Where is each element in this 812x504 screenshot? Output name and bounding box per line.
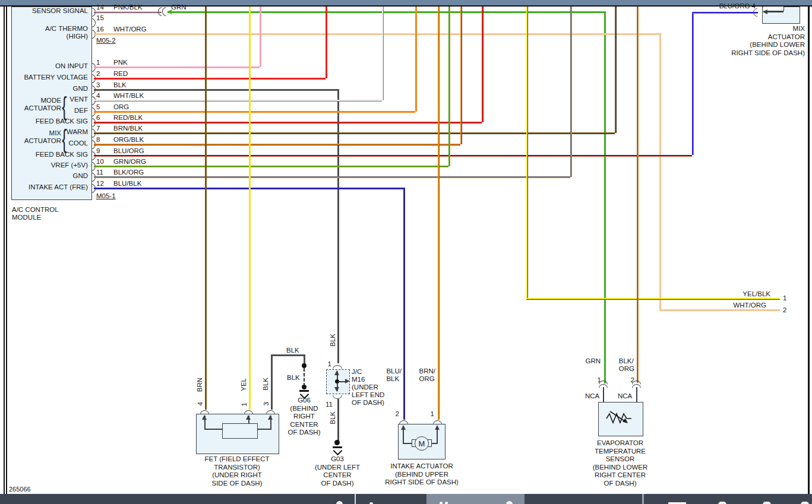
taskbar-icon[interactable] (801, 502, 809, 504)
module-pin-number: 2 (96, 70, 100, 77)
wire-feedback-red-blk (94, 122, 482, 123)
wire-label: 1 (783, 294, 786, 302)
taskbar-divider (355, 494, 356, 504)
module-pin-number: 4 (96, 92, 100, 99)
connector-m05-2-label[interactable]: M05-2 (96, 37, 116, 44)
wire-label: NCA (618, 392, 632, 400)
wire-label: NCA (585, 392, 599, 400)
evap-temp-sensor-label: EVAPORATOR TEMPERATURE SENSOR (BEHIND LO… (579, 439, 662, 487)
thermistor-symbol (605, 410, 634, 426)
wire-label: 1 (241, 402, 248, 406)
wiring-diagram-screen: A/C CONTROL MODULE M05-2 M05-1 14PNK/BLK… (0, 0, 812, 504)
module-pin-wire-color: ORG/BLK (113, 136, 144, 143)
taskbar-icon[interactable] (763, 502, 771, 504)
module-pin-function: GND (12, 85, 88, 93)
module-pin-number: 15 (96, 14, 104, 21)
taskbar-icon[interactable] (336, 501, 343, 504)
g06-splice-dot (302, 363, 307, 368)
module-pin-wire-color: BLK (113, 81, 127, 88)
taskbar-icon[interactable] (718, 502, 726, 504)
taskbar-icon[interactable] (506, 501, 513, 504)
wire-label: BRN (196, 378, 204, 392)
wire-label: BLK (329, 334, 337, 347)
g03-splice-dot (334, 440, 340, 445)
fet-symbol (222, 423, 258, 439)
fet-internal-wire (270, 416, 271, 430)
wire-fet-brn (205, 7, 207, 410)
module-pin-function: A/C THERMO (HIGH) (12, 25, 88, 40)
module-pin-wire-color: RED/BLK (113, 114, 143, 121)
wire-gnd-blk (94, 89, 337, 91)
diagram-right-border (808, 7, 810, 494)
wire-label: 1 (328, 360, 331, 368)
wire-label: 1 (431, 410, 434, 418)
module-pin-wire-color: GRN/ORG (113, 158, 146, 165)
wire-ac-thermo-wht-org (94, 33, 659, 35)
wire-g03-blk (337, 399, 339, 442)
connector-m05-1-label[interactable]: M05-1 (96, 192, 116, 199)
wire-battery-voltage-red (94, 78, 326, 80)
module-pin-function: GND (12, 172, 88, 180)
wire-label: 2 (783, 306, 786, 314)
taskbar-icon[interactable] (445, 502, 448, 504)
taskbar-divider (642, 494, 644, 504)
module-pin-wire-color: BLU/ORG (113, 147, 144, 154)
module-pin-number: 8 (96, 136, 100, 143)
intake-internal-wire (437, 426, 438, 443)
module-group-brace: { (62, 94, 67, 119)
mix-actuator-label: MIX ACTUATOR (BEHIND LOWER RIGHT SIDE OF… (722, 25, 805, 57)
module-pin-number: 11 (96, 169, 103, 176)
module-pin-wire-color: PNK (113, 59, 128, 66)
module-pin-number: 7 (96, 125, 100, 132)
wire-vref-grn-org (448, 7, 450, 166)
module-pin-number: 1 (96, 59, 100, 66)
wire-label: BLK (286, 347, 299, 354)
intake-actuator-label: INTAKE ACTUATOR (BEHIND UPPER RIGHT SIDE… (374, 462, 470, 487)
wire-label: YEL (240, 378, 248, 391)
wire-vref-grn-org (94, 166, 448, 167)
wire-on-input-pnk (94, 66, 260, 68)
wire-gnd-blk (337, 89, 339, 363)
module-pin-number: 10 (96, 158, 104, 165)
taskbar-icon[interactable] (440, 502, 443, 504)
wire-label: BLK (262, 378, 270, 391)
taskbar[interactable] (0, 494, 812, 504)
wire-battery-voltage-red (326, 7, 327, 78)
wire-intake-act-blu-blk (403, 188, 405, 420)
module-pin-wire-color: WHT/ORG (113, 26, 147, 33)
wire-label: 3 (263, 402, 270, 405)
wire-label: WHT/ORG (733, 302, 766, 309)
module-pin-function: BATTERY VOLTAGE (12, 74, 88, 81)
module-pin-number: 6 (96, 114, 100, 121)
module-pin-function: SENSOR SIGNAL (12, 7, 88, 15)
module-group-label: MODE ACTUATOR (12, 97, 61, 112)
wire-fet-blk-to-g06 (271, 354, 273, 410)
module-pin-wire-color: RED (113, 70, 128, 77)
fet-internal-wire (257, 429, 271, 430)
module-group-brace: { (62, 126, 67, 151)
wire-label: YEL/BLK (743, 290, 770, 298)
module-pin-function: ON INPUT (12, 62, 88, 70)
module-pin-function: FEED BACK SIG (12, 151, 88, 159)
module-pin-number: 5 (96, 103, 100, 110)
wire-label: BLU/ORG 4 (719, 2, 756, 10)
module-pin-function: VREF (+5V) (12, 161, 88, 169)
wire-label: 4 (197, 402, 204, 405)
wire-fet-blk-to-g06 (271, 354, 305, 356)
wire-mode-def-org (415, 7, 417, 112)
wire-mode-vent-wht-blk (382, 7, 384, 100)
jc-arrow-up-icon (334, 370, 339, 375)
g06-splice-dot (302, 385, 307, 389)
wire-evap-blk-org (637, 7, 639, 383)
wire-mode-def-org (94, 111, 415, 113)
ac-control-module-label: A/C CONTROL MODULE (12, 206, 59, 221)
wire-intake-brn-org (438, 7, 440, 420)
wire-mix-warm-brn-blk (94, 132, 615, 134)
module-pin-number: 16 (96, 26, 104, 33)
wire-gnd-blk-org (570, 7, 572, 177)
wire-label: 2 (396, 410, 399, 418)
module-pin-wire-color: BLU/BLK (113, 180, 141, 187)
fet-internal-wire (204, 416, 206, 430)
jc-arrow-right-icon (345, 379, 350, 383)
fet-internal-wire (204, 429, 223, 430)
